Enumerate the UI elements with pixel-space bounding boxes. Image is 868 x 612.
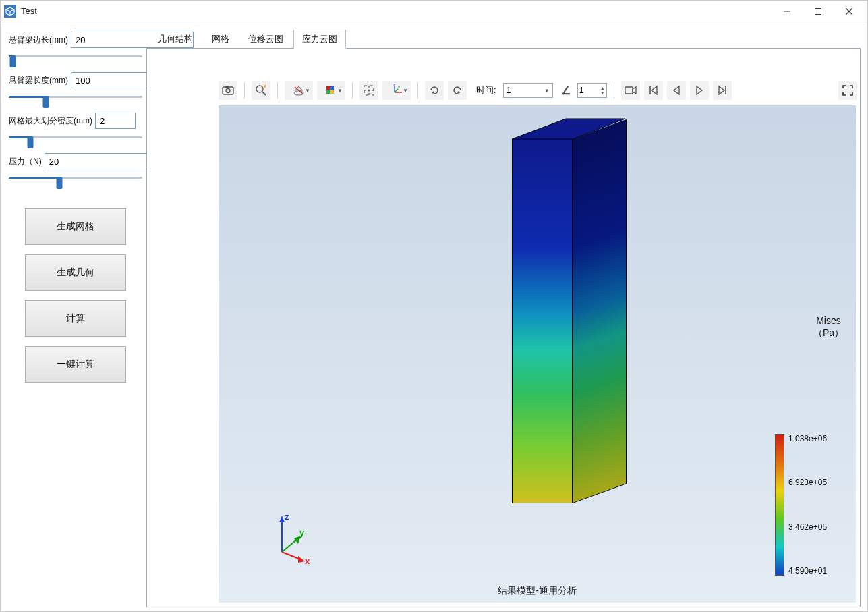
mesh-slider[interactable] bbox=[9, 132, 142, 142]
time-value: 1 bbox=[507, 86, 511, 95]
svg-point-17 bbox=[368, 90, 370, 92]
svg-text:x: x bbox=[400, 91, 402, 95]
fit-view-button[interactable] bbox=[359, 81, 378, 100]
titlebar: Test bbox=[1, 1, 867, 22]
legend-value: 1.038e+06 bbox=[788, 434, 827, 443]
legend-title: Mises （Pa） bbox=[813, 314, 844, 339]
fullscreen-button[interactable] bbox=[838, 81, 857, 100]
svg-point-8 bbox=[256, 86, 263, 92]
rotate-ccw-button[interactable] bbox=[448, 81, 467, 100]
prev-frame-button[interactable] bbox=[667, 81, 686, 100]
svg-text:x: x bbox=[305, 556, 310, 565]
display-mode-dropdown[interactable]: ▼ bbox=[285, 81, 313, 100]
step-stepper[interactable]: 1▲▼ bbox=[577, 83, 607, 98]
last-frame-button[interactable] bbox=[713, 81, 732, 100]
window-title: Test bbox=[21, 6, 772, 16]
one-click-compute-button[interactable]: 一键计算 bbox=[25, 346, 126, 383]
color-legend: 1.038e+06 6.923e+05 3.462e+05 4.590e+01 bbox=[775, 434, 849, 576]
tab-stress[interactable]: 应力云图 bbox=[293, 30, 346, 49]
length-label: 悬臂梁长度(mm) bbox=[9, 75, 68, 86]
axes-triad: z y x bbox=[272, 511, 313, 565]
step-value: 1 bbox=[579, 86, 584, 95]
app-icon bbox=[3, 5, 17, 18]
separator bbox=[352, 82, 353, 99]
svg-rect-21 bbox=[625, 87, 633, 94]
tab-geometry[interactable]: 几何结构 bbox=[149, 30, 202, 48]
screenshot-button[interactable] bbox=[219, 81, 237, 100]
svg-marker-24 bbox=[512, 119, 625, 139]
mesh-label: 网格最大划分密度(mm) bbox=[9, 115, 92, 127]
separator bbox=[244, 82, 245, 99]
force-slider[interactable] bbox=[9, 172, 142, 183]
svg-point-6 bbox=[226, 89, 230, 93]
minimize-button[interactable] bbox=[772, 1, 803, 22]
record-button[interactable] bbox=[621, 81, 640, 100]
edge-slider[interactable] bbox=[9, 51, 142, 61]
chevron-down-icon: ▼ bbox=[544, 88, 550, 94]
time-select[interactable]: 1▼ bbox=[503, 83, 553, 98]
maximize-button[interactable] bbox=[803, 1, 834, 22]
separator bbox=[417, 82, 418, 99]
tab-displacement[interactable]: 位移云图 bbox=[239, 30, 292, 48]
generate-mesh-button[interactable]: 生成网格 bbox=[25, 208, 126, 245]
axes-view-dropdown[interactable]: zxy▼ bbox=[382, 81, 411, 100]
svg-rect-5 bbox=[223, 87, 233, 94]
svg-text:z: z bbox=[285, 511, 289, 522]
separator bbox=[614, 82, 614, 99]
force-label: 压力（N) bbox=[9, 156, 42, 167]
chevron-down-icon: ▼ bbox=[403, 88, 408, 94]
chevron-down-icon: ▼ bbox=[305, 88, 310, 94]
mesh-input[interactable] bbox=[95, 113, 136, 129]
edge-label: 悬臂梁边长(mm) bbox=[9, 34, 68, 46]
svg-text:z: z bbox=[393, 84, 395, 87]
time-label: 时间: bbox=[476, 84, 496, 96]
compute-button[interactable]: 计算 bbox=[25, 300, 126, 337]
viewport-caption: 结果模型-通用分析 bbox=[498, 585, 577, 597]
tab-bar: 几何结构 网格 位移云图 应力云图 bbox=[146, 29, 863, 48]
tab-mesh[interactable]: 网格 bbox=[203, 30, 238, 48]
chevron-down-icon: ▼ bbox=[337, 88, 343, 94]
length-slider[interactable] bbox=[9, 91, 142, 102]
generate-geometry-button[interactable]: 生成几何 bbox=[25, 254, 126, 291]
first-frame-button[interactable] bbox=[644, 81, 663, 100]
chevron-up-icon: ▲ bbox=[600, 86, 605, 90]
colormap-dropdown[interactable]: ▼ bbox=[317, 81, 345, 100]
svg-rect-12 bbox=[326, 86, 330, 90]
play-button[interactable] bbox=[690, 81, 709, 100]
zoom-button[interactable] bbox=[252, 81, 270, 100]
main-area: 几何结构 网格 位移云图 应力云图 ▼ ▼ zxy▼ bbox=[146, 29, 863, 607]
close-button[interactable] bbox=[834, 1, 865, 22]
svg-text:y: y bbox=[398, 85, 400, 89]
legend-colorbar bbox=[775, 434, 784, 576]
angle-icon: ∠ bbox=[561, 84, 571, 97]
legend-title-line2: （Pa） bbox=[813, 327, 844, 339]
separator bbox=[277, 82, 278, 99]
rotate-cw-button[interactable] bbox=[425, 81, 444, 100]
legend-value: 6.923e+05 bbox=[788, 478, 827, 487]
svg-rect-14 bbox=[326, 90, 330, 94]
svg-rect-13 bbox=[330, 86, 334, 90]
3d-viewport[interactable]: z y x Mises （Pa） 1.038e+06 6.923e+05 bbox=[219, 105, 856, 603]
viewer: ▼ ▼ zxy▼ 时间: 1▼ ∠ 1▲▼ bbox=[146, 48, 861, 607]
legend-title-line1: Mises bbox=[813, 314, 844, 327]
svg-line-9 bbox=[262, 92, 266, 95]
viewer-toolbar: ▼ ▼ zxy▼ 时间: 1▼ ∠ 1▲▼ bbox=[147, 78, 860, 103]
legend-value: 3.462e+05 bbox=[788, 522, 827, 532]
beam-model bbox=[512, 119, 627, 503]
legend-value: 4.590e+01 bbox=[788, 566, 827, 576]
chevron-down-icon: ▼ bbox=[600, 90, 605, 95]
sidebar: 悬臂梁边长(mm) 悬臂梁长度(mm) 网格最大划分密度(mm) 压力（N) 生… bbox=[5, 29, 146, 607]
svg-rect-15 bbox=[330, 90, 334, 94]
svg-text:y: y bbox=[299, 528, 305, 538]
svg-rect-7 bbox=[225, 86, 229, 88]
svg-rect-2 bbox=[815, 8, 821, 14]
